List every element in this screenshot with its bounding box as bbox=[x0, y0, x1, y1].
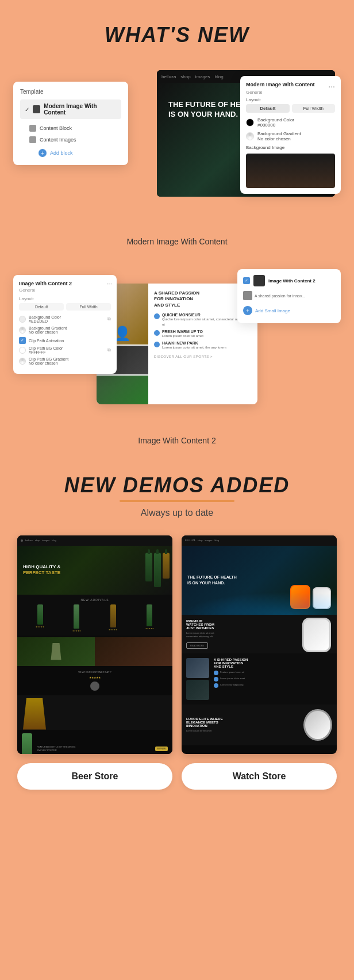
new-demos-underline bbox=[120, 500, 234, 502]
ws-hero-text: THE FUTURE OF HEALTHIS ON YOUR HAND. bbox=[187, 575, 237, 586]
ws-prem-watch bbox=[302, 618, 331, 652]
bs-avatar bbox=[90, 682, 99, 691]
bg-gradient-value: No color chosen bbox=[257, 136, 301, 141]
ws-nav-images: images bbox=[205, 539, 212, 542]
bs-feat-text: FEATURED BOTTLE OF THE WEEK:EMCHEY PORTE… bbox=[37, 745, 151, 752]
feature-icon-1 bbox=[154, 313, 160, 319]
bg-image-label: Background Image bbox=[246, 145, 335, 150]
ws-nav-blog: blog bbox=[214, 539, 219, 542]
selected-item-label: Modern Image With Content bbox=[44, 103, 117, 116]
lp2-fullwidth-btn[interactable]: Full Width bbox=[66, 303, 111, 311]
rp2-img-thumb bbox=[243, 291, 252, 300]
ws-pass-ftext-1: Feature ipsum lorem sit bbox=[220, 671, 244, 674]
bs-stars-3: ★★★★★ bbox=[109, 629, 117, 631]
watch-store-thumb[interactable]: BELLUZA shop images blog THE FUTURE OF H… bbox=[182, 535, 337, 754]
bs-cust-title: WHAT OUR CUSTOMER SAY ? bbox=[22, 671, 168, 673]
item-icon bbox=[33, 105, 40, 113]
rp2-add-label: Add Small Image bbox=[255, 308, 290, 313]
bs-bottle-2 bbox=[154, 553, 161, 587]
lp2-clip-checkbox[interactable]: ✓ bbox=[19, 337, 26, 344]
bs-hero: HIGH QUALITY &PERFECT TASTE bbox=[17, 546, 172, 595]
bs-arrival-bottle-2 bbox=[74, 604, 79, 629]
ws-pass-dot-1 bbox=[214, 671, 218, 675]
watch-store-mockup: BELLUZA shop images blog THE FUTURE OF H… bbox=[182, 535, 337, 754]
bs-stars-2: ★★★★★ bbox=[72, 630, 81, 632]
nav-shop: shop bbox=[180, 74, 190, 79]
sub-item-content-images[interactable]: Content Images bbox=[29, 134, 121, 146]
bg-color-value: #000000 bbox=[257, 122, 294, 128]
bs-arrival-bottle-3 bbox=[110, 604, 116, 627]
discover-link[interactable]: DISCOVER ALL OUR SPORTS > bbox=[154, 355, 252, 358]
settings-dots[interactable]: ··· bbox=[328, 82, 335, 91]
rp2-add-icon: + bbox=[243, 306, 252, 315]
bs-nav-shop: shop bbox=[35, 539, 40, 542]
bs-bottles-hero bbox=[145, 553, 170, 587]
bs-cust-stars: ★★★★★ bbox=[22, 676, 168, 679]
bs-hero-text: HIGH QUALITY &PERFECT TASTE bbox=[23, 564, 60, 576]
content-block-label: Content Block bbox=[40, 125, 72, 131]
lp2-clip-copy-icon[interactable]: ⧉ bbox=[107, 347, 111, 353]
bs-arrival-bottle-1 bbox=[37, 604, 43, 625]
ws-luxor: LUXOR ELITE WHEREELEGANCE MEETSINNOVATIO… bbox=[182, 705, 337, 745]
ws-premium: PREMIUMWATCHES FROMJUST WATHICES Lorem i… bbox=[182, 615, 337, 653]
bs-bottle-3 bbox=[163, 553, 170, 579]
lp2-clip-gradient-swatch[interactable] bbox=[19, 358, 26, 365]
lp2-dots[interactable]: ··· bbox=[106, 280, 112, 288]
lp2-bg-swatch[interactable] bbox=[19, 316, 26, 323]
bg-image-inner bbox=[246, 154, 335, 188]
default-btn[interactable]: Default bbox=[246, 104, 290, 113]
content-block-icon bbox=[29, 125, 36, 132]
bg-color-swatch[interactable] bbox=[246, 118, 254, 127]
nav-images: images bbox=[195, 74, 210, 79]
add-block-btn[interactable]: + Add block bbox=[29, 146, 121, 158]
bs-header: belluza shop images blog bbox=[17, 535, 172, 546]
feature-icon-3 bbox=[154, 342, 160, 347]
ws-prem-btn[interactable]: READ MORE bbox=[186, 642, 208, 649]
template-selected-item[interactable]: ✓ Modern Image With Content bbox=[20, 99, 121, 119]
sub-item-content-block[interactable]: Content Block bbox=[29, 122, 121, 134]
nav-blog: blog bbox=[215, 74, 224, 79]
settings-general: General bbox=[246, 90, 335, 95]
feature-text-2: FRESH WARM UP TO Lorem ipsum color sit a… bbox=[162, 330, 203, 338]
bg-gradient-swatch[interactable] bbox=[246, 132, 254, 140]
bs-bottle-1 bbox=[145, 553, 152, 581]
bs-promo-right bbox=[95, 637, 172, 666]
bs-logo-dot bbox=[21, 539, 23, 542]
bs-feat-btn[interactable]: BUY NOW bbox=[155, 747, 168, 751]
bs-glass-icon bbox=[51, 643, 62, 660]
lp2-bg-label: Background Color bbox=[29, 315, 61, 319]
settings-title: Modern Image With Content bbox=[246, 82, 335, 87]
lp2-gradient-swatch[interactable] bbox=[19, 327, 26, 334]
lp2-layout-btns: Default Full Width bbox=[19, 303, 111, 311]
lp2-copy-icon[interactable]: ⧉ bbox=[107, 316, 111, 322]
ws-pass-img-1 bbox=[186, 658, 209, 678]
rp2-subtitle: A shared passion for innov... bbox=[243, 291, 335, 300]
bs-customers: WHAT OUR CUSTOMER SAY ? ★★★★★ bbox=[17, 666, 172, 695]
bs-stars-1: ★★★★★ bbox=[36, 626, 44, 628]
watch-store-label[interactable]: Watch Store bbox=[182, 763, 337, 790]
beer-store-label[interactable]: Beer Store bbox=[17, 763, 172, 790]
feature-icon-2 bbox=[154, 330, 160, 336]
template-label: Template bbox=[20, 89, 121, 95]
ws-passion-section: A SHARED PASSIONFOR INNOVATIONAND STYLE … bbox=[182, 653, 337, 705]
rp2-subtitle-text: A shared passion for innov... bbox=[255, 294, 305, 298]
bs-nav-images: images bbox=[42, 539, 49, 542]
ws-header: BELLUZA shop images blog bbox=[182, 535, 337, 546]
full-width-btn[interactable]: Full Width bbox=[292, 104, 336, 113]
beer-store-thumb[interactable]: belluza shop images blog HIGH QUALITY &P… bbox=[17, 535, 172, 754]
rp2-header: ✓ Image With Content 2 bbox=[243, 275, 335, 286]
ws-pass-feature-3: Consectetur adipiscing bbox=[214, 683, 332, 688]
bs-avatar-row bbox=[22, 682, 168, 691]
lp2-clip-swatch[interactable] bbox=[19, 347, 26, 354]
new-demos-section: NEW DEMOS ADDED Always up to date bbox=[0, 457, 354, 535]
mockup-1: belluza shop images blog THE FUTURE OF H… bbox=[13, 70, 341, 231]
lp2-general: General bbox=[19, 288, 111, 293]
ws-pass-ftext-2: Lorem ipsum dolor amet bbox=[220, 677, 245, 680]
ws-nav-shop: shop bbox=[198, 539, 203, 542]
lp2-clip-color-label: Clip Path BG Color bbox=[29, 346, 63, 350]
bs-promo-row bbox=[17, 637, 172, 666]
rp2-add-small-btn[interactable]: + Add Small Image bbox=[243, 304, 335, 317]
bs-arrival-bottle-4 bbox=[147, 604, 152, 626]
bs-bottles-grid: ★★★★★ ★★★★★ ★★★★★ ★★★★★ bbox=[22, 604, 168, 632]
lp2-default-btn[interactable]: Default bbox=[19, 303, 64, 311]
